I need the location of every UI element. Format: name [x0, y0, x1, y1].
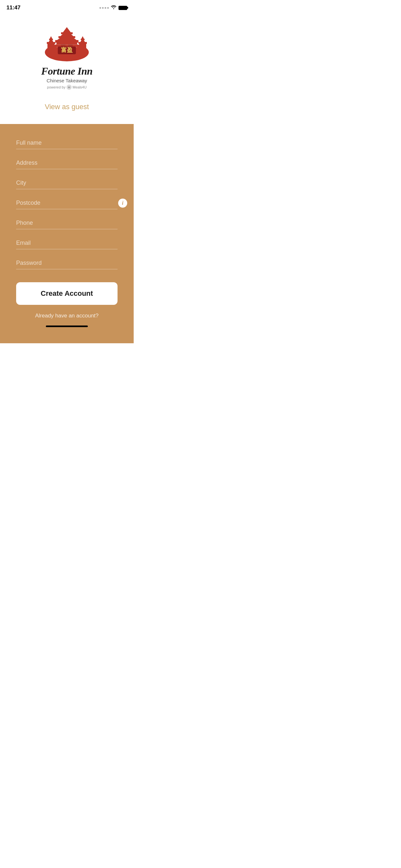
view-as-guest-link[interactable]: View as guest [45, 103, 89, 111]
phone-input[interactable] [16, 217, 118, 229]
full-name-input[interactable] [16, 137, 118, 149]
email-field [16, 237, 118, 249]
meals4u-logo-icon: M [66, 85, 72, 90]
registration-form: i Create Account Already have an account… [0, 124, 134, 343]
svg-rect-2 [47, 42, 55, 44]
svg-rect-6 [79, 43, 86, 53]
home-indicator [46, 326, 88, 327]
brand-name: Fortune Inn [41, 65, 92, 77]
address-field [16, 157, 118, 169]
svg-rect-7 [79, 42, 87, 44]
create-account-button[interactable]: Create Account [16, 282, 118, 305]
already-have-account-text[interactable]: Already have an account? [16, 313, 118, 319]
svg-marker-17 [63, 27, 71, 32]
status-bar: 11:47 [0, 0, 134, 13]
top-section: 富盈 Fortune Inn Chinese Takeaway powered … [0, 13, 134, 124]
phone-field [16, 217, 118, 229]
city-field [16, 177, 118, 189]
svg-marker-5 [50, 36, 52, 39]
signal-dots-icon [99, 7, 109, 9]
svg-rect-14 [58, 36, 75, 38]
postcode-input[interactable] [16, 197, 118, 209]
logo-image: 富盈 [44, 20, 89, 62]
full-name-field [16, 137, 118, 149]
svg-rect-4 [49, 39, 53, 40]
battery-icon [119, 6, 127, 10]
svg-marker-10 [81, 36, 84, 39]
status-time: 11:47 [6, 4, 20, 11]
password-field [16, 257, 118, 269]
city-input[interactable] [16, 177, 118, 189]
brand-subtitle: Chinese Takeaway [47, 78, 87, 83]
postcode-info-icon[interactable]: i [118, 198, 127, 208]
postcode-field: i [16, 197, 118, 209]
svg-rect-1 [48, 43, 55, 53]
password-input[interactable] [16, 257, 118, 269]
svg-rect-12 [55, 40, 79, 42]
wifi-icon [111, 5, 117, 11]
svg-text:富盈: 富盈 [61, 46, 73, 53]
svg-rect-9 [81, 39, 85, 40]
status-icons [99, 5, 127, 11]
email-input[interactable] [16, 237, 118, 249]
svg-rect-16 [61, 32, 73, 34]
logo-container: 富盈 Fortune Inn Chinese Takeaway powered … [41, 20, 92, 90]
powered-by: powered by M Meals4U [47, 85, 87, 90]
address-input[interactable] [16, 157, 118, 169]
